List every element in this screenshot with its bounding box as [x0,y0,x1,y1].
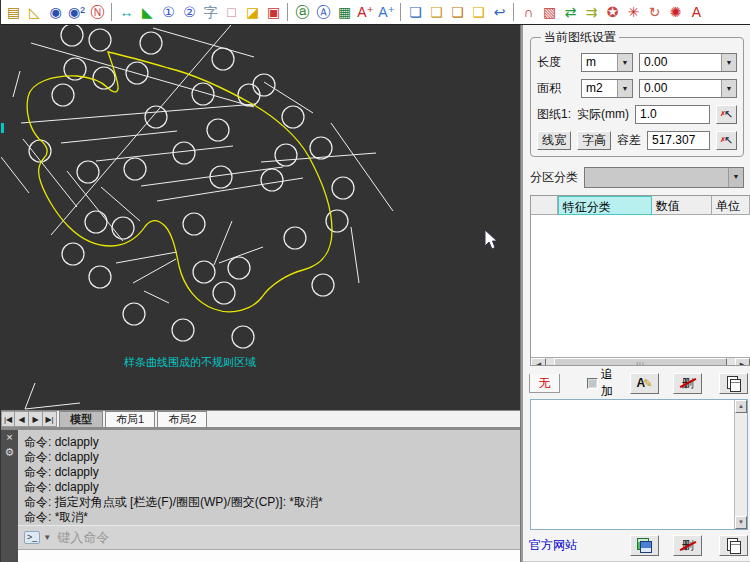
area-value: 0.00 [640,81,721,95]
tolerance-label: 容差 [617,132,641,149]
command-history[interactable]: 命令: dclapply命令: dclapply命令: dclapply命令: … [18,430,520,525]
hatch-region-icon[interactable]: ▧ [539,2,560,23]
length-unit-select[interactable]: m ▼ [581,53,633,72]
area-unit-value: m2 [582,81,617,95]
close-command-icon[interactable]: × [6,432,12,443]
feature-table-body[interactable] [531,215,750,357]
flow-right-icon[interactable]: ⇉ [581,2,602,23]
layer-previous-icon[interactable]: ↩ [489,2,510,23]
tab-布局1[interactable]: 布局1 [105,411,155,427]
edit-text-button[interactable]: A✎ [630,373,659,394]
drawing-canvas[interactable]: 样条曲线围成的不规则区域 [1,25,520,410]
chevron-down-icon[interactable]: ▼ [721,54,736,71]
layer-current-icon[interactable]: ❏ [468,2,489,23]
textheight-button[interactable]: 字高 [577,131,611,150]
area-unit-select[interactable]: m2 ▼ [581,79,633,98]
command-bottom-edge [18,549,520,562]
layer-freeze-icon[interactable]: ❏ [447,2,468,23]
delete-button[interactable]: 删 [673,373,702,394]
linewidth-button[interactable]: 线宽 [537,131,571,150]
cursor-arrow-icon: ↖ [724,108,733,120]
tab-nav-arrow-1[interactable]: ◀ [15,411,29,427]
actual-input[interactable]: 1.0 [635,105,710,124]
pick-on-screen-button[interactable]: ✗↖ [716,105,737,124]
delete-button[interactable]: 删 [673,535,702,556]
tab-nav-arrow-2[interactable]: ▶ [29,411,43,427]
text-frame-icon[interactable]: Ⓐ [313,2,334,23]
scroll-up-icon[interactable]: ▲ [735,400,747,413]
scroll-down-icon[interactable]: ▼ [735,516,747,529]
scrollbar-track[interactable]: ||| [546,358,735,366]
area-value-select[interactable]: 0.00 ▼ [639,79,737,98]
chevron-down-icon[interactable]: ▼ [617,54,632,71]
export-save-button[interactable] [630,535,659,556]
magnet-snap-icon[interactable]: ∩ [518,2,539,23]
column-header-数值[interactable]: 数值 [652,196,712,215]
column-header-单位[interactable]: 单位 [712,196,750,215]
measure-width-icon[interactable]: ↔ [116,2,137,23]
column-header-blank[interactable] [531,196,558,215]
group-title: 当前图纸设置 [541,29,619,46]
tab-nav-arrow-0[interactable]: |◀ [1,411,15,427]
tolerance-input[interactable]: 517.307 [647,131,710,150]
mouse-cursor [485,230,497,249]
scroll-right-icon[interactable]: ▶ [735,358,750,366]
zoom-seal-2-icon[interactable]: ◉² [66,2,87,23]
text-add-red-icon[interactable]: A⁺ [355,2,376,23]
command-input-placeholder[interactable]: 键入命令 [57,529,109,547]
length-value-select[interactable]: 0.00 ▼ [639,53,737,72]
layers-stack-icon[interactable]: ❏ [405,2,426,23]
command-input-row[interactable]: >_ ▼ 键入命令 [18,525,520,549]
match-swap-icon[interactable]: ⇄ [560,2,581,23]
profile-area-icon[interactable]: ◺ [24,2,45,23]
rotate-rect-icon[interactable]: ↻ [644,2,665,23]
copy-button[interactable] [719,373,748,394]
tab-模型[interactable]: 模型 [59,411,103,427]
text-add-blue-icon[interactable]: A⁺ [376,2,397,23]
command-history-line: 命令: dclapply [24,465,520,480]
node-rotate-icon[interactable]: ✪ [602,2,623,23]
cursor-arrow-icon: ↖ [724,134,733,146]
north-box-icon[interactable]: Ⓝ [87,2,108,23]
none-indicator: 无 [529,374,560,393]
annotate-text-icon[interactable]: A [686,2,707,23]
center-point-icon[interactable]: ▣ [263,2,284,23]
drawing-area-column: 样条曲线围成的不规则区域 |◀◀▶▶| 模型布局1布局2 × ⚙ 命令: dcl… [1,25,521,562]
result-listbox[interactable]: ▲ ▼ [530,399,748,530]
canvas-geometry: 样条曲线围成的不规则区域 [1,25,521,410]
scroll-left-icon[interactable]: ◀ [531,358,546,366]
length-label: 长度 [537,54,575,71]
dashed-rect-icon[interactable]: □ [221,2,242,23]
yardstick-icon[interactable]: ▤ [3,2,24,23]
column-header-特征分类[interactable]: 特征分类 [558,196,652,215]
find-text-icon[interactable]: ⓐ [292,2,313,23]
pick-on-screen-button[interactable]: ✗↖ [716,131,737,150]
table-grid-icon[interactable]: ▦ [334,2,355,23]
circled-1-2-icon[interactable]: ② [179,2,200,23]
tab-布局2[interactable]: 布局2 [157,411,207,427]
burst-point-icon[interactable]: ✺ [665,2,686,23]
layer-on-icon[interactable]: ❏ [426,2,447,23]
break-cross-icon[interactable]: ✳ [623,2,644,23]
append-checkbox[interactable] [587,378,598,389]
text-height-icon[interactable]: 字 [200,2,221,23]
chevron-down-icon[interactable]: ▼ [728,168,743,187]
tab-nav-arrow-3[interactable]: ▶| [43,411,57,427]
official-website-link[interactable]: 官方网站 [529,537,577,554]
settings-panel: 当前图纸设置 长度 m ▼ 0.00 ▼ 面积 m2 [521,25,750,562]
chevron-down-icon[interactable]: ▼ [43,533,51,542]
zoom-seal-icon[interactable]: ◉ [45,2,66,23]
chevron-down-icon[interactable]: ▼ [721,80,736,97]
pencil-icon: ✎ [643,377,652,390]
chevron-down-icon[interactable]: ▼ [617,80,632,97]
horizontal-scrollbar[interactable]: ◀ ||| ▶ [531,357,750,366]
circled-1-icon[interactable]: ① [158,2,179,23]
feature-table: 特征分类数值单位 ◀ ||| ▶ [530,195,750,366]
vertical-scrollbar[interactable]: ▲ ▼ [734,400,747,529]
scrollbar-thumb[interactable]: ||| [554,358,727,366]
copy-button[interactable] [719,535,748,556]
slope-triangle-icon[interactable]: ◣ [137,2,158,23]
partition-select[interactable]: ▼ [584,167,744,188]
scale-ratio-icon[interactable]: ◪ [242,2,263,23]
customize-icon[interactable]: ⚙ [5,447,15,458]
